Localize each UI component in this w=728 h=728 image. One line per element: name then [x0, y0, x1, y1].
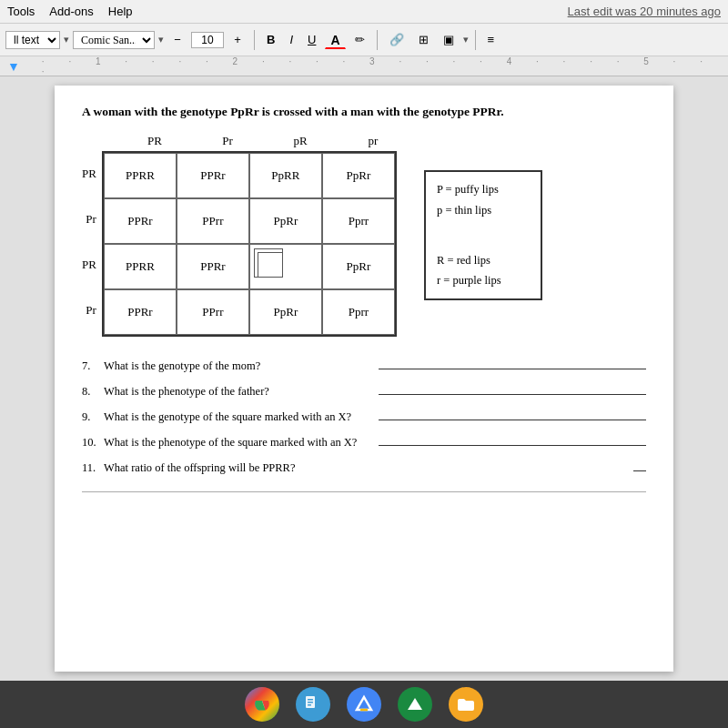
cell-0-2: PpRR [249, 153, 322, 198]
drive-icon[interactable] [347, 687, 381, 722]
q10-answer-line[interactable] [379, 431, 646, 446]
menu-help[interactable]: Help [108, 5, 133, 18]
row-label-0: PR [82, 151, 102, 197]
last-edit-label: Last edit was 20 minutes ago [568, 5, 721, 18]
text-color-button[interactable]: A [325, 30, 345, 49]
legend-line-1: p = thin lips [437, 200, 530, 221]
cell-0-3: PpRr [322, 153, 395, 198]
cell-0-0: PPRR [104, 153, 177, 198]
doc-page: A woman with the genotype PpRr is crosse… [55, 86, 673, 672]
cell-2-2-marked [249, 244, 322, 289]
cell-2-1: PPRr [177, 244, 249, 289]
toolbar-divider-3 [475, 30, 476, 50]
question-10: 10. What is the phenotype of the square … [82, 431, 646, 450]
punnett-wrapper: PR Pr pR pr PR Pr PR Pr [82, 134, 646, 337]
cell-1-2: PpRr [249, 198, 322, 244]
menu-bar: Tools Add-ons Help Last edit was 20 minu… [0, 0, 728, 24]
row-label-1: Pr [82, 197, 102, 242]
font-size-decrease-button[interactable]: − [167, 30, 187, 49]
legend-line-0: P = puffy lips [437, 179, 530, 200]
svg-rect-2 [308, 699, 313, 701]
cell-1-0: PPRr [104, 198, 177, 244]
question-11: 11. What ratio of the offspring will be … [82, 457, 646, 475]
row-label-3: Pr [82, 288, 102, 333]
question-9: 9. What is the genotype of the square ma… [82, 406, 646, 424]
files-icon[interactable] [296, 687, 330, 722]
questions-section: 7. What is the genotype of the mom? 8. W… [82, 355, 646, 475]
cell-0-1: PPRr [177, 153, 249, 198]
punnett-grid: PPRR PPRr PpRR PpRr PPRr PPrr PpRr Pprr … [102, 151, 397, 337]
cell-2-0: PPRR [104, 244, 177, 289]
font-size-increase-button[interactable]: + [228, 30, 248, 49]
q8-text: What is the phenotype of the father? [104, 385, 371, 399]
svg-rect-3 [308, 702, 313, 703]
q11-answer-line[interactable] [633, 457, 646, 471]
cell-2-3: PpRr [322, 244, 395, 289]
menu-addons[interactable]: Add-ons [49, 5, 93, 18]
q11-num: 11. [82, 461, 100, 475]
q11-text: What ratio of the offspring will be PPRR… [104, 461, 626, 475]
question-8: 8. What is the phenotype of the father? [82, 380, 646, 399]
cell-3-0: PPRr [104, 289, 177, 335]
link-button[interactable]: 🔗 [384, 30, 410, 49]
punnett-container: PR Pr pR pr PR Pr PR Pr [82, 134, 410, 337]
legend-line-4: r = purple lips [437, 270, 530, 291]
paragraph-align-button[interactable]: ≡ [482, 30, 500, 49]
punnett-grid-with-labels: PR Pr PR Pr PPRR PPRr PpRR PpRr PPRr [82, 151, 410, 337]
intro-text: A woman with the genotype PpRr is crosse… [82, 104, 646, 121]
q9-num: 9. [82, 410, 100, 424]
col-header-1: Pr [191, 134, 264, 151]
italic-button[interactable]: I [284, 30, 298, 49]
slides-icon[interactable] [398, 687, 432, 722]
folder-icon[interactable] [449, 687, 483, 722]
question-7: 7. What is the genotype of the mom? [82, 355, 646, 373]
col-headers: PR Pr pR pr [118, 134, 410, 151]
q7-answer-line[interactable] [379, 355, 646, 369]
q8-num: 8. [82, 385, 100, 399]
chrome-icon[interactable] [245, 687, 279, 722]
q7-text: What is the genotype of the mom? [104, 359, 371, 373]
taskbar [0, 681, 728, 728]
toolbar-divider-2 [377, 30, 378, 50]
svg-marker-7 [408, 698, 422, 710]
legend-line-3: R = red lips [437, 250, 530, 271]
svg-marker-5 [357, 697, 371, 710]
toolbar-divider-1 [254, 30, 255, 50]
cell-1-1: PPrr [177, 198, 249, 244]
q10-num: 10. [82, 436, 100, 450]
q8-answer-line[interactable] [379, 380, 646, 395]
table-button[interactable]: ▣ [438, 30, 460, 49]
cell-1-3: Pprr [322, 198, 395, 244]
bold-button[interactable]: B [261, 30, 280, 49]
cell-3-2: PpRr [249, 289, 322, 335]
paragraph-style-select[interactable]: ll text [5, 31, 60, 49]
svg-rect-4 [308, 704, 311, 706]
q9-text: What is the genotype of the square marke… [104, 410, 371, 424]
cell-3-3: Pprr [322, 289, 395, 335]
ruler: ▼ · · 1 · · · · 2 · · · · 3 · · · · 4 · … [0, 56, 728, 76]
menu-tools[interactable]: Tools [7, 5, 35, 18]
col-header-3: pr [337, 134, 410, 151]
q9-answer-line[interactable] [379, 406, 646, 420]
underline-button[interactable]: U [302, 30, 321, 49]
font-name-select[interactable]: Comic San... [73, 31, 155, 49]
q7-num: 7. [82, 359, 100, 373]
legend-spacer [437, 225, 530, 246]
row-label-2: PR [82, 242, 102, 288]
cell-3-1: PPrr [177, 289, 249, 335]
pencil-icon[interactable]: ✏ [349, 30, 370, 49]
doc-area: A woman with the genotype PpRr is crosse… [0, 76, 728, 681]
row-labels: PR Pr PR Pr [82, 151, 102, 337]
toolbar: ll text ▾ Comic San... ▾ − + B I U A ✏ 🔗… [0, 24, 728, 56]
bottom-rule [82, 491, 646, 492]
font-size-input[interactable] [191, 32, 224, 48]
col-header-0: PR [118, 134, 191, 151]
image-button[interactable]: ⊞ [413, 30, 434, 49]
legend-box: P = puffy lips p = thin lips R = red lip… [424, 170, 542, 300]
q10-text: What is the phenotype of the square mark… [104, 436, 371, 450]
col-header-2: pR [264, 134, 337, 151]
